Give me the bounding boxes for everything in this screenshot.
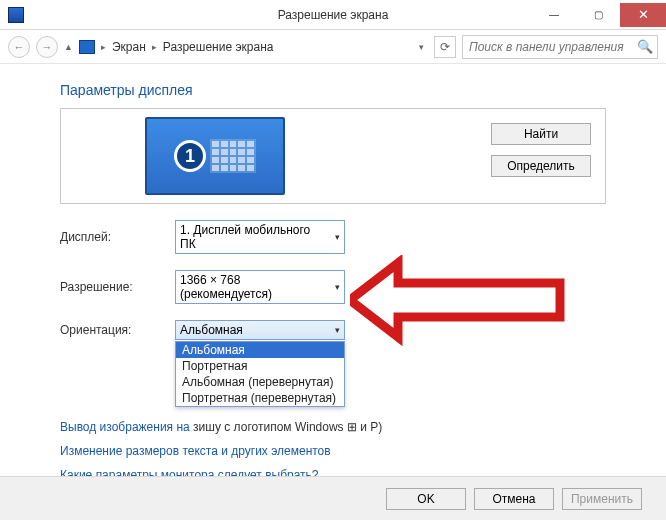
back-button[interactable]: ← — [8, 36, 30, 58]
minimize-button[interactable]: — — [532, 3, 576, 27]
breadcrumb-icon — [79, 40, 95, 54]
refresh-button[interactable]: ⟳ — [434, 36, 456, 58]
monitor-grid-icon — [210, 139, 256, 173]
breadcrumb-screen[interactable]: Экран — [112, 40, 146, 54]
resolution-value: 1366 × 768 (рекомендуется) — [180, 273, 327, 301]
chevron-down-icon: ▾ — [335, 282, 340, 292]
display-row: Дисплей: 1. Дисплей мобильного ПК ▾ — [60, 220, 606, 254]
monitor-number: 1 — [174, 140, 206, 172]
ok-button[interactable]: OK — [386, 488, 466, 510]
display-preview-box: 1 Найти Определить — [60, 108, 606, 204]
navbar: ← → ▲ ▸ Экран ▸ Разрешение экрана ▾ ⟳ 🔍 — [0, 30, 666, 64]
orientation-row: Ориентация: Альбомная ▾ АльбомнаяПортрет… — [60, 320, 606, 340]
chevron-right-icon: ▸ — [152, 42, 157, 52]
display-value: 1. Дисплей мобильного ПК — [180, 223, 327, 251]
content-area: Параметры дисплея 1 Найти Определить Дис… — [0, 64, 666, 482]
projector-link-line: Вывод изображения на зишу с логотипом Wi… — [60, 420, 606, 434]
winlogo-icon: ⊞ — [347, 420, 360, 434]
detect-button[interactable]: Определить — [491, 155, 591, 177]
chevron-down-icon: ▾ — [335, 325, 340, 335]
orientation-value: Альбомная — [180, 323, 243, 337]
chevron-right-icon: ▸ — [101, 42, 106, 52]
orientation-select[interactable]: Альбомная ▾ — [175, 320, 345, 340]
text-size-link[interactable]: Изменение размеров текста и других элеме… — [60, 444, 606, 458]
resolution-label: Разрешение: — [60, 280, 175, 294]
links-section: Вывод изображения на зишу с логотипом Wi… — [60, 420, 606, 482]
up-chevron-icon[interactable]: ▲ — [64, 42, 73, 52]
search-box[interactable]: 🔍 — [462, 35, 658, 59]
orientation-option[interactable]: Альбомная (перевернутая) — [176, 374, 344, 390]
search-input[interactable] — [463, 40, 633, 54]
app-icon — [8, 7, 24, 23]
projector-link-prefix[interactable]: Вывод изображения на — [60, 420, 190, 434]
orientation-option[interactable]: Альбомная — [176, 342, 344, 358]
breadcrumb-dropdown-icon[interactable]: ▾ — [419, 42, 424, 52]
forward-button[interactable]: → — [36, 36, 58, 58]
projector-key: и P) — [360, 420, 382, 434]
orientation-label: Ориентация: — [60, 323, 175, 337]
window-title: Разрешение экрана — [278, 8, 389, 22]
titlebar: Разрешение экрана — ▢ ✕ — [0, 0, 666, 30]
chevron-down-icon: ▾ — [335, 232, 340, 242]
breadcrumb-resolution[interactable]: Разрешение экрана — [163, 40, 274, 54]
resolution-select[interactable]: 1366 × 768 (рекомендуется) ▾ — [175, 270, 345, 304]
apply-button[interactable]: Применить — [562, 488, 642, 510]
monitor-preview[interactable]: 1 — [145, 117, 285, 195]
display-select[interactable]: 1. Дисплей мобильного ПК ▾ — [175, 220, 345, 254]
footer: OK Отмена Применить — [0, 476, 666, 520]
resolution-row: Разрешение: 1366 × 768 (рекомендуется) ▾ — [60, 270, 606, 304]
projector-suffix-text: зишу с логотипом Windows — [193, 420, 343, 434]
orientation-dropdown[interactable]: АльбомнаяПортретнаяАльбомная (перевернут… — [175, 341, 345, 407]
find-button[interactable]: Найти — [491, 123, 591, 145]
page-heading: Параметры дисплея — [60, 82, 606, 98]
orientation-option[interactable]: Портретная (перевернутая) — [176, 390, 344, 406]
display-label: Дисплей: — [60, 230, 175, 244]
maximize-button[interactable]: ▢ — [576, 3, 620, 27]
search-icon[interactable]: 🔍 — [633, 39, 657, 54]
cancel-button[interactable]: Отмена — [474, 488, 554, 510]
close-button[interactable]: ✕ — [620, 3, 666, 27]
orientation-option[interactable]: Портретная — [176, 358, 344, 374]
window-controls: — ▢ ✕ — [532, 3, 666, 27]
